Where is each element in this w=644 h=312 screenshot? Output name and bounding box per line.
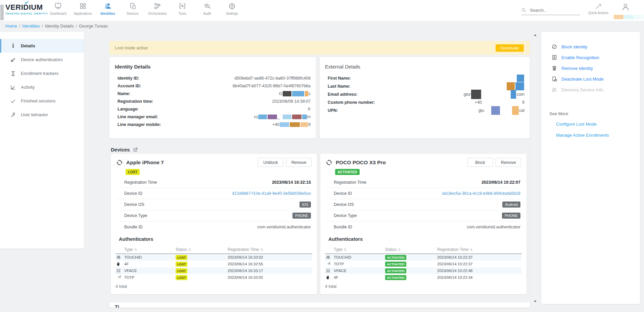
identity-actions-panel: Block IdentityEnable RecognitionRemove I… bbox=[541, 32, 640, 304]
avatar-redaction-block bbox=[624, 15, 634, 19]
nav-item-tools[interactable]: Tools bbox=[170, 2, 195, 19]
device-detail-label: Device OS bbox=[124, 202, 144, 207]
block-device-button[interactable]: Block bbox=[467, 158, 493, 167]
device-detail-label: Device ID bbox=[124, 191, 142, 196]
nav-item-label: Orchestrator bbox=[148, 12, 167, 15]
detail-value: gtucal bbox=[478, 106, 524, 115]
device-icon bbox=[326, 159, 332, 166]
value-text: gtu bbox=[478, 108, 484, 113]
link-configure-lost-mode[interactable]: Configure Lost Mode bbox=[556, 122, 640, 127]
authenticator-time: 2023/06/14 16:32:55 bbox=[228, 262, 312, 266]
sidebar-item-label: Details bbox=[21, 43, 35, 48]
nav-item-orchestrator[interactable]: Orchestrator bbox=[145, 2, 170, 19]
value-text: 9 bbox=[308, 122, 311, 127]
device-detail-label: Registration Time bbox=[124, 180, 157, 185]
brand-check-icon bbox=[24, 1, 30, 5]
lost-mode-banner: Lost mode active Deactivate bbox=[109, 41, 530, 55]
device-detail-rows: Registration Time2023/06/14 16:32:15Devi… bbox=[116, 177, 312, 232]
devices-section-heading: Devices bbox=[111, 147, 138, 152]
authenticator-row: TOTPACTIVATED2023/06/14 10:22:37 bbox=[325, 261, 522, 267]
detail-value: 2023/06/09 14:39:07 bbox=[272, 99, 311, 104]
authenticator-type: TOUCHID bbox=[334, 255, 385, 259]
breadcrumb-identities[interactable]: Identities bbox=[22, 24, 40, 29]
remove-device-button[interactable]: Remove bbox=[286, 158, 312, 167]
nav-item-identities[interactable]: Identities bbox=[95, 2, 120, 19]
device-detail-row: Device ID422d4b67-f10e-41a9-9e40-3e56d03… bbox=[116, 188, 312, 199]
value-text: gtur bbox=[464, 92, 471, 97]
value-text: +40 bbox=[475, 100, 482, 105]
detail-row: UPN:gtucal bbox=[328, 106, 524, 115]
breadcrumb-home[interactable]: Home bbox=[5, 24, 17, 29]
column-header-type[interactable]: Type⇅ bbox=[334, 247, 385, 252]
link-manage-active-enrollments[interactable]: Manage Active Enrollments bbox=[556, 133, 640, 138]
authenticator-status-badge: LOST bbox=[176, 268, 187, 273]
redaction-block bbox=[258, 115, 267, 119]
device-detail-label: Device Type bbox=[124, 213, 147, 218]
value-text: +40 bbox=[272, 122, 279, 127]
device-detail-value: com.veridiumid.authenticator bbox=[257, 225, 311, 229]
device-detail-label: Device Type bbox=[334, 213, 357, 218]
nav-item-settings[interactable]: Settings bbox=[220, 2, 244, 19]
unblock-device-button[interactable]: Unblock bbox=[258, 158, 283, 167]
sidebar-item-details[interactable]: iDetails bbox=[0, 39, 84, 53]
action-block-identity[interactable]: Block Identity bbox=[541, 41, 640, 52]
column-header-registration-time[interactable]: Registration Time⇅ bbox=[228, 247, 312, 252]
column-header-type[interactable]: Type⇅ bbox=[124, 247, 176, 252]
sidebar-item-user-behavior[interactable]: User behavior bbox=[0, 108, 84, 122]
authenticator-type: 4F bbox=[124, 262, 176, 266]
value-text: com bbox=[516, 92, 524, 97]
nav-item-applications[interactable]: Applications bbox=[71, 2, 95, 19]
sidebar-item-finished-sessions[interactable]: Finished sessions bbox=[0, 94, 84, 108]
authenticator-time: 2023/06/14 10:22:37 bbox=[437, 255, 522, 259]
nav-item-devices[interactable]: Devices bbox=[120, 2, 145, 19]
nav-item-label: Tools bbox=[178, 12, 186, 15]
device-card-poco-poco-x3-pro: POCO POCO X3 ProBlockRemoveACTIVATEDRegi… bbox=[320, 154, 526, 294]
behavior-icon bbox=[10, 112, 16, 118]
user-avatar[interactable] bbox=[621, 3, 630, 13]
sidebar-item-enrollment-trackers[interactable]: Enrollment trackers bbox=[0, 66, 84, 80]
value-text: d506ebd7-ae86-472c-ba60-37ff988fc408 bbox=[234, 76, 311, 81]
redaction-block bbox=[292, 115, 302, 119]
device-detail-row: Device TypePHONE bbox=[116, 210, 312, 221]
detail-label: First Name: bbox=[328, 76, 351, 81]
device-buttons: UnblockRemove bbox=[258, 158, 312, 167]
device-detail-value[interactable]: da18ec5a-361a-4c16-b4b6-894cbafa5b28 bbox=[442, 191, 520, 196]
authenticators-table: Type⇅Status⇅Registration Time⇅TOUCHIDACT… bbox=[325, 245, 522, 281]
redaction-block bbox=[302, 115, 307, 119]
nav-item-dashboard[interactable]: Dashboard bbox=[46, 2, 71, 19]
trash-icon bbox=[551, 65, 557, 71]
face-icon bbox=[326, 268, 330, 273]
scrollbar-down-arrow[interactable] bbox=[534, 301, 537, 302]
action-deactivate-lost-mode[interactable]: Deactivate Lost Mode bbox=[541, 74, 640, 84]
main-scrollbar[interactable] bbox=[533, 33, 537, 304]
remove-device-button[interactable]: Remove bbox=[496, 158, 521, 167]
external-details-card: External Details First Name:Last Name:Em… bbox=[320, 57, 530, 138]
authenticator-time: 2023/06/14 16:33:02 bbox=[228, 255, 312, 259]
detail-row: Account ID:8b40ad7f-b077-4325-96b7-0e4f8… bbox=[118, 82, 311, 90]
detail-row: Name:Gc bbox=[118, 90, 311, 97]
nav-item-label: Applications bbox=[74, 12, 92, 15]
authenticator-row: TOTPLOST2023/06/14 16:33:02 bbox=[116, 274, 312, 281]
scrollbar-up-arrow[interactable] bbox=[534, 34, 537, 36]
identity-details-card: Identity Details Identity ID:d506ebd7-ae… bbox=[109, 57, 316, 138]
device-detail-value[interactable]: 422d4b67-f10e-41a9-9e40-3e56d036e5ce bbox=[232, 191, 311, 196]
sidebar-item-device-authenticators[interactable]: Device authenticators bbox=[0, 53, 84, 66]
value-text: 8b40ad7f-b077-4325-96b7-0e4f87607b6a bbox=[233, 84, 311, 88]
nav-item-audit[interactable]: Audit bbox=[195, 2, 220, 19]
action-remove-identity[interactable]: Remove Identity bbox=[541, 63, 640, 74]
column-header-status[interactable]: Status⇅ bbox=[385, 247, 437, 252]
orchestrator-icon bbox=[153, 2, 162, 10]
audit-icon bbox=[203, 2, 211, 10]
external-link-icon[interactable] bbox=[133, 147, 138, 152]
column-header-registration-time[interactable]: Registration Time⇅ bbox=[437, 247, 522, 252]
deactivate-lost-mode-button[interactable]: Deactivate bbox=[496, 44, 524, 52]
sidebar-item-label: Activity bbox=[21, 85, 35, 90]
search-input[interactable] bbox=[530, 8, 573, 13]
quick-actions-button[interactable]: Quick Actions bbox=[588, 3, 608, 15]
action-enable-recognition[interactable]: Enable Recognition bbox=[541, 52, 640, 63]
scrollbar-thumb[interactable] bbox=[0, 5, 4, 20]
sidebar-item-activity[interactable]: Activity bbox=[0, 80, 84, 94]
column-header-status[interactable]: Status⇅ bbox=[176, 247, 228, 252]
authenticator-type: TOUCHID bbox=[124, 255, 176, 259]
external-details-title: External Details bbox=[320, 57, 530, 70]
